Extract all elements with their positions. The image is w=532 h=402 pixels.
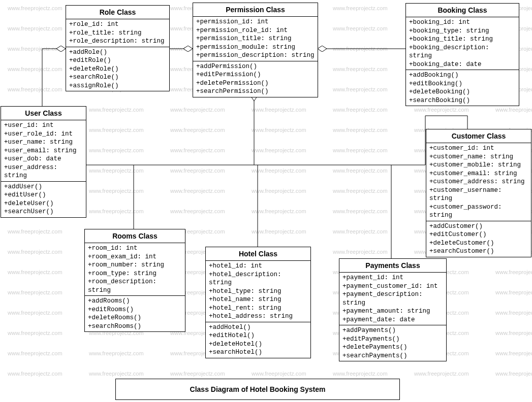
class-member: +payment_id: int [342,274,443,282]
class-rooms: Rooms Class +room_id: int+room_exam_id: … [84,229,185,332]
class-customer: Customer Class +customer_id: int+custome… [426,129,531,257]
class-member: +addPayments() [342,326,443,335]
class-member: +searchPayments() [342,352,443,360]
class-title: Payments Class [339,259,446,273]
class-member: +searchPermission() [196,87,315,96]
class-member: +editBooking() [409,80,516,88]
class-member: +user_dob: date [4,155,83,163]
class-operations: +addBooking()+editBooking()+deleteBookin… [406,70,519,106]
class-member: +addUser() [4,183,83,191]
class-operations: +addHotel()+editHotel()+deleteHotel()+se… [206,322,310,358]
class-member: +deleteUser() [4,199,83,208]
class-member: +deleteBooking() [409,88,516,96]
class-member: +editHotel() [209,331,307,340]
class-attributes: +booking_id: int+booking_type: string+bo… [406,17,519,70]
class-member: +booking_date: date [409,60,516,69]
class-member: +deleteRooms() [88,314,182,322]
class-attributes: +hotel_id: int+hotel_description: string… [206,261,310,322]
class-operations: +addPayments()+editPayments()+deletePaym… [339,325,446,361]
class-member: +searchRooms() [88,322,182,331]
class-member: +hotel_type: string [209,287,307,296]
class-member: +hotel_rent: string [209,304,307,313]
class-attributes: +customer_id: int+customer_name: string+… [426,143,531,221]
class-member: +hotel_id: int [209,262,307,271]
class-member: +deletePermission() [196,79,315,88]
class-member: +room_type: string [88,270,182,278]
class-attributes: +payment_id: int+payment_customer_id: in… [339,273,446,325]
diagram-caption: Class Diagram of Hotel Booking System [115,379,400,400]
class-member: +permission_module: string [196,43,315,52]
class-member: +role_title: string [69,29,166,38]
class-member: +role_id: int [69,20,166,29]
class-member: +customer_name: string [429,153,528,161]
diagram-canvas: www.freeprojectz.comwww.freeprojectz.com… [0,0,532,402]
class-member: +customer_address: string [429,178,528,186]
class-title: Customer Class [426,129,531,143]
class-member: +user_name: string [4,138,83,147]
class-member: +hotel_description: string [209,271,307,287]
class-member: +addRooms() [88,297,182,306]
class-member: +user_id: int [4,121,83,130]
class-operations: +addRole()+editRole()+deleteRole()+searc… [66,47,169,91]
class-member: +searchRole() [69,73,166,82]
class-member: +permission_id: int [196,18,315,26]
class-title: Permission Class [193,3,318,17]
class-operations: +addRooms()+editRooms()+deleteRooms()+se… [85,295,185,331]
class-payments: Payments Class +payment_id: int+payment_… [339,258,447,361]
class-operations: +addPermission()+editPermission()+delete… [193,61,318,97]
class-member: +payment_date: date [342,316,443,324]
class-member: +customer_mobile: string [429,161,528,170]
class-member: +addBooking() [409,71,516,80]
class-member: +customer_email: string [429,170,528,178]
class-permission: Permission Class +permission_id: int+per… [193,3,318,97]
class-member: +searchHotel() [209,348,307,357]
class-attributes: +role_id: int+role_title: string+role_de… [66,19,169,47]
class-member: +hotel_name: string [209,295,307,304]
class-member: +payment_customer_id: int [342,282,443,291]
class-member: +searchCustomer() [429,247,528,256]
class-member: +room_number: string [88,261,182,270]
class-member: +customer_id: int [429,144,528,153]
class-member: +editPayments() [342,335,443,344]
class-member: +deletePayments() [342,343,443,352]
class-member: +editRole() [69,56,166,65]
class-member: +hotel_address: string [209,312,307,321]
class-member: +customer_username: string [429,186,528,203]
class-member: +user_role_id: int [4,130,83,139]
class-member: +addHotel() [209,323,307,332]
class-member: +searchUser() [4,208,83,216]
class-title: Booking Class [406,4,519,17]
class-member: +editPermission() [196,71,315,79]
class-title: Role Class [66,6,169,19]
class-member: +customer_password: string [429,203,528,220]
class-member: +booking_type: string [409,27,516,36]
class-member: +payment_amount: string [342,307,443,316]
class-role: Role Class +role_id: int+role_title: str… [66,5,170,91]
class-attributes: +room_id: int+room_exam_id: int+room_num… [85,243,185,295]
class-user: User Class +user_id: int+user_role_id: i… [1,106,86,218]
class-member: +addCustomer() [429,222,528,231]
class-title: User Class [1,107,86,120]
class-member: +deleteCustomer() [429,239,528,248]
class-member: +booking_id: int [409,18,516,27]
class-title: Rooms Class [85,229,185,243]
class-member: +editCustomer() [429,230,528,239]
class-member: +permission_description: string [196,51,315,60]
class-member: +permission_role_id: int [196,26,315,35]
class-member: +permission_title: string [196,35,315,43]
class-member: +editUser() [4,191,83,199]
class-hotel: Hotel Class +hotel_id: int+hotel_descrip… [205,247,311,358]
class-member: +booking_title: string [409,35,516,44]
class-member: +user_address: string [4,163,83,180]
class-member: +payment_description: string [342,290,443,307]
class-attributes: +permission_id: int+permission_role_id: … [193,17,318,61]
class-member: +deleteHotel() [209,340,307,349]
class-member: +room_exam_id: int [88,253,182,261]
class-member: +room_description: string [88,278,182,294]
class-member: +addPermission() [196,62,315,71]
class-booking: Booking Class +booking_id: int+booking_t… [405,3,519,106]
class-attributes: +user_id: int+user_role_id: int+user_nam… [1,120,86,181]
class-operations: +addCustomer()+editCustomer()+deleteCust… [426,221,531,257]
class-member: +user_email: string [4,147,83,155]
class-member: +addRole() [69,48,166,57]
